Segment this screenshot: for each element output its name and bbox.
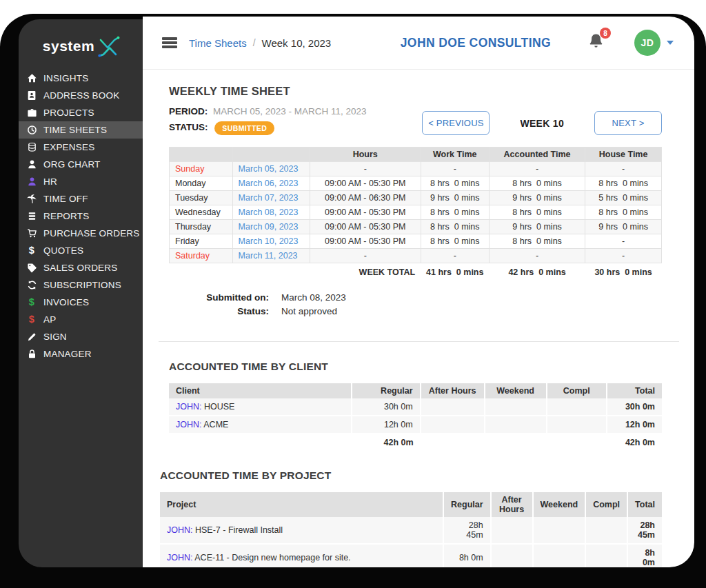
notification-bell-button[interactable]: 8: [587, 32, 605, 54]
date-link[interactable]: March 09, 2023: [239, 222, 299, 232]
submitted-on-value: March 08, 2023: [281, 292, 662, 303]
date-link[interactable]: March 11, 2023: [239, 251, 298, 261]
column-header: Regular: [443, 492, 491, 517]
house-time-cell: 8 hrs 0 mins: [585, 176, 662, 191]
spacer-cell: [169, 434, 352, 451]
date-link[interactable]: March 08, 2023: [239, 207, 299, 217]
date-link[interactable]: March 07, 2023: [239, 193, 299, 203]
table-row: FridayMarch 10, 202309:00 AM - 05:30 PM8…: [170, 234, 662, 249]
sidebar-item-label: HR: [43, 176, 57, 187]
avatar: JD: [634, 30, 660, 56]
work-time-cell: 8 hrs 0 mins: [421, 176, 489, 191]
date-cell: March 09, 2023: [232, 220, 310, 234]
hours-cell: 09:00 AM - 05:30 PM: [310, 176, 421, 191]
table-row: JOHN: HOUSE30h 0m30h 0m: [169, 398, 662, 416]
sidebar-item-quotes[interactable]: $QUOTES: [19, 242, 143, 259]
house-time-cell: 5 hrs 0 mins: [585, 191, 662, 205]
sidebar-item-sales-orders[interactable]: SALES ORDERS: [19, 259, 143, 276]
sidebar-item-sign[interactable]: SIGN: [19, 328, 143, 345]
date-cell: March 11, 2023: [232, 249, 310, 263]
table-row: SundayMarch 05, 2023----: [170, 162, 662, 176]
date-link[interactable]: March 06, 2023: [239, 179, 299, 188]
project-name-cell: JOHN: ACE-11 - Design new homepage for s…: [160, 544, 443, 567]
accounted-time-cell: 8 hrs 0 mins: [489, 176, 585, 191]
compl-cell: [547, 398, 607, 416]
regular-total: 42h 0m: [352, 434, 421, 451]
work-time-cell: -: [421, 249, 489, 263]
sidebar-item-hr[interactable]: HR: [19, 173, 143, 190]
house-time-cell: -: [585, 249, 662, 263]
dollar-icon: $: [25, 297, 39, 308]
sidebar-item-purchase-orders[interactable]: PURCHASE ORDERS: [19, 225, 143, 242]
meta-row: PERIOD: MARCH 05, 2023 - MARCH 11, 2023 …: [169, 106, 662, 140]
column-header: Project: [160, 492, 443, 517]
weekend-cell: [485, 398, 547, 416]
pen-icon: [25, 332, 39, 343]
sidebar-item-label: TIME SHEETS: [43, 125, 107, 135]
sidebar-item-projects[interactable]: PROJECTS: [19, 104, 143, 121]
sidebar-item-reports[interactable]: REPORTS: [19, 207, 143, 225]
coins-icon: [25, 142, 39, 153]
client-name-cell: JOHN: HOUSE: [169, 398, 352, 416]
next-week-button[interactable]: NEXT >: [594, 111, 662, 135]
accounted-time-cell: 9 hrs 0 mins: [489, 220, 585, 234]
after-hours-cell: [421, 416, 485, 434]
page-title: WEEKLY TIME SHEET: [169, 85, 662, 98]
total-cell: 8h 0m: [627, 544, 662, 567]
day-cell: Thursday: [170, 220, 233, 234]
section-divider: [159, 341, 679, 342]
date-cell: March 05, 2023: [232, 162, 310, 176]
column-header: Weekend: [485, 383, 547, 398]
client-prefix: JOHN:: [176, 420, 202, 429]
column-header: Total: [607, 383, 662, 398]
hours-cell: 09:00 AM - 06:30 PM: [310, 191, 421, 205]
date-link[interactable]: March 05, 2023: [239, 164, 299, 174]
project-name-cell: JOHN: HSE-7 - Firewall Install: [160, 517, 443, 544]
regular-cell: 12h 0m: [352, 416, 421, 434]
sidebar-item-label: AP: [43, 314, 56, 325]
sidebar-item-subscriptions[interactable]: SUBSCRIPTIONS: [19, 276, 143, 294]
user-menu-button[interactable]: JD: [634, 30, 674, 56]
sidebar-item-manager[interactable]: MANAGER: [19, 345, 143, 363]
column-header: Compl: [585, 492, 627, 517]
accounted-time-cell: -: [489, 162, 585, 176]
breadcrumb-separator: /: [253, 37, 256, 48]
sidebar-item-label: REPORTS: [43, 211, 89, 221]
weekly-time-sheet-table: HoursWork TimeAccounted TimeHouse Time S…: [169, 147, 662, 281]
sidebar-item-label: TIME OFF: [43, 194, 88, 204]
palm-icon: [25, 194, 39, 205]
sidebar-item-ap[interactable]: $AP: [19, 311, 143, 328]
column-header: After Hours: [491, 492, 533, 517]
sidebar-item-address-book[interactable]: ADDRESS BOOK: [19, 87, 143, 104]
project-section: ACCOUNTED TIME BY PROJECT ProjectRegular…: [160, 469, 662, 567]
weekend-cell: [533, 517, 586, 544]
house-time-cell: -: [585, 162, 662, 176]
regular-cell: 28h 45m: [443, 517, 491, 544]
sidebar-item-org-chart[interactable]: ORG CHART: [19, 156, 143, 173]
sidebar-item-expenses[interactable]: EXPENSES: [19, 139, 143, 156]
date-cell: March 06, 2023: [232, 176, 310, 191]
sidebar-item-time-off[interactable]: TIME OFF: [19, 190, 143, 207]
sidebar-item-invoices[interactable]: $INVOICES: [19, 294, 143, 311]
column-header: After Hours: [421, 383, 485, 398]
hamburger-menu-icon[interactable]: [162, 36, 177, 50]
after-hours-cell: [491, 517, 533, 544]
previous-week-button[interactable]: < PREVIOUS: [422, 111, 490, 135]
status-badge: SUBMITTED: [214, 121, 274, 135]
logo-x-icon: [97, 36, 121, 57]
sidebar-item-label: SIGN: [43, 332, 67, 342]
table-row: WednesdayMarch 08, 202309:00 AM - 05:30 …: [170, 205, 662, 220]
address-book-icon: [25, 90, 39, 101]
date-link[interactable]: March 10, 2023: [239, 236, 299, 246]
notification-badge: 8: [600, 28, 611, 39]
breadcrumb-section-link[interactable]: Time Sheets: [189, 37, 247, 49]
table-row: SaturdayMarch 11, 2023----: [170, 249, 662, 263]
client-prefix: JOHN:: [167, 525, 193, 535]
work-time-cell: 8 hrs 0 mins: [421, 205, 489, 220]
day-cell: Monday: [170, 176, 233, 191]
week-total-house: 30 hrs 0 mins: [585, 263, 662, 282]
breadcrumb-current: Week 10, 2023: [262, 37, 332, 49]
sidebar-item-insights[interactable]: INSIGHTS: [19, 70, 143, 87]
sidebar-item-time-sheets[interactable]: TIME SHEETS: [19, 121, 143, 139]
period-status-block: PERIOD: MARCH 05, 2023 - MARCH 11, 2023 …: [169, 106, 367, 140]
